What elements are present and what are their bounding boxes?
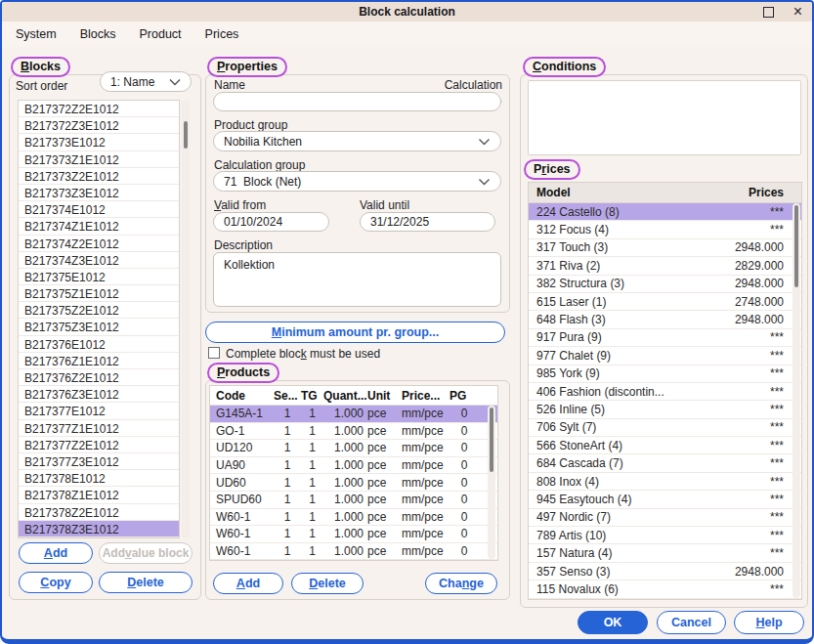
conditions-section-label: Conditions [523,57,606,77]
chevron-down-icon [169,78,181,86]
block-list-item[interactable]: B217373Z3E1012 [19,185,179,201]
model-header: Model [536,186,571,199]
price-row[interactable]: 224 Castello (8) *** [529,203,801,221]
prices-scrollbar[interactable] [793,203,800,598]
product-row[interactable]: W60-1 1 1 1.000 pce mm/pce 0 [210,509,497,527]
block-list-item[interactable]: B217373E1012 [19,134,179,150]
window-title: Block calculation [359,5,455,19]
block-list-item[interactable]: B217374Z1E1012 [19,218,179,235]
close-icon[interactable]: × [793,4,802,20]
delete-product-button[interactable]: Delete [291,573,364,594]
price-row[interactable]: 789 Artis (10) *** [529,527,801,544]
menu-item[interactable]: Product [140,27,182,41]
block-list-item[interactable]: B217374Z3E1012 [19,252,179,269]
block-list-item[interactable]: B217373Z2E1012 [19,168,179,185]
products-scrollbar[interactable] [488,406,495,559]
block-list-item[interactable]: B217375Z3E1012 [19,319,179,335]
calculation-group-select[interactable]: 71 Block (Net) [213,171,501,192]
price-row[interactable]: 157 Natura (4) *** [529,544,801,562]
price-row[interactable]: 985 York (9) *** [529,365,801,383]
block-list-item[interactable]: B217376Z1E1012 [19,353,179,369]
copy-block-button[interactable]: Copy [19,572,93,593]
product-group-select[interactable]: Nobilia Kitchen [213,131,501,151]
price-row[interactable]: 382 Structura (3) 2948.000 [529,276,801,293]
price-row[interactable]: 526 Inline (5) *** [529,401,801,418]
price-row[interactable]: 497 Nordic (7) *** [529,509,801,527]
block-list-item[interactable]: B217377Z2E1012 [19,437,179,453]
block-list-item[interactable]: B217376Z3E1012 [19,386,179,403]
complete-block-checkbox-label: Complete block must be used [226,347,380,361]
menu-item[interactable]: Prices [205,27,239,41]
prices-table: Model Prices 224 Castello (8) *** 312 Fo… [528,182,802,600]
product-row[interactable]: SPUD60 1 1 1.000 pce mm/pce 0 [210,492,497,509]
blocks-scrollbar-thumb[interactable] [184,121,188,149]
valid-from-input[interactable]: 01/10/2024 [213,212,329,232]
cancel-button[interactable]: Cancel [657,611,726,634]
block-list-item[interactable]: B217376Z2E1012 [19,369,179,386]
block-list-item[interactable]: B217378Z2E1012 [19,504,179,521]
price-row[interactable]: 808 Inox (4) *** [529,473,801,491]
maximize-icon[interactable] [763,7,774,18]
block-list-item[interactable]: B217374E1012 [19,201,179,218]
block-list-item[interactable]: B217377Z3E1012 [19,453,179,470]
product-row[interactable]: UD60 1 1 1.000 pce mm/pce 0 [210,474,497,492]
add-product-button[interactable]: Add [213,573,283,594]
price-row[interactable]: 615 Laser (1) 2748.000 [529,293,801,311]
block-list-item[interactable]: B217378Z1E1012 [19,487,179,503]
minimum-amount-button[interactable]: Minimum amount pr. group... [205,322,505,343]
product-row[interactable]: W60-1 1 1 1.000 pce mm/pce 0 [210,526,497,543]
product-row[interactable]: UD120 1 1 1.000 pce mm/pce 0 [210,440,497,457]
price-row[interactable]: 648 Flash (3) 2948.000 [529,311,801,328]
product-row[interactable]: W60-1 1 1 1.000 pce mm/pce 0 [210,543,497,561]
description-label: Description [214,238,273,252]
name-input[interactable] [213,92,501,111]
product-row[interactable]: G145A-1 1 1 1.000 pce mm/pce 0 [210,406,497,423]
valid-until-input[interactable]: 31/12/2025 [360,212,495,232]
price-row[interactable]: 317 Touch (3) 2948.000 [529,239,801,257]
block-list-item[interactable]: B217372Z3E1012 [19,117,179,134]
block-list-item[interactable]: B217375Z2E1012 [19,302,179,319]
price-row[interactable]: 977 Chalet (9) *** [529,347,801,365]
products-section-label: Products [207,363,279,383]
block-list-item[interactable]: B217377E1012 [19,403,179,419]
block-calculation-dialog: Block calculation × System Blocks Produc… [0,0,814,644]
conditions-box[interactable] [528,80,801,155]
block-list-item[interactable]: B217372Z2E1012 [19,101,179,117]
block-list-item[interactable]: B217376E1012 [19,336,179,353]
block-list-item[interactable]: B217378E1012 [19,470,179,487]
menu-item[interactable]: Blocks [80,27,116,41]
ok-button[interactable]: OK [578,611,648,634]
sort-order-select[interactable]: 1: Name [100,71,192,92]
price-row[interactable]: 684 Cascada (7) *** [529,454,801,472]
price-row[interactable]: 357 Senso (3) 2948.000 [529,563,801,580]
price-row[interactable]: 312 Focus (4) *** [529,221,801,238]
price-row[interactable]: 406 Fashion (discontin... *** [529,383,801,401]
block-list-item[interactable]: B217374Z2E1012 [19,236,179,252]
block-list-item[interactable]: B217375Z1E1012 [19,285,179,302]
price-row[interactable]: 115 Novalux (6) *** [529,580,801,598]
delete-block-button[interactable]: Delete [99,572,193,593]
price-row[interactable]: 566 StoneArt (4) *** [529,437,801,454]
add-block-button[interactable]: Add [19,542,93,564]
menu-item[interactable]: System [16,27,57,41]
product-row[interactable]: GO-1 1 1 1.000 pce mm/pce 0 [210,423,497,441]
add-value-block-button[interactable]: Add value block [99,542,193,564]
complete-block-checkbox[interactable] [208,347,220,359]
block-list-item[interactable]: B217378Z3E1012 [19,521,179,537]
blocks-scrollbar[interactable] [182,100,190,538]
description-textarea[interactable]: Kollektion [213,252,501,307]
prices-header: Prices [749,186,784,199]
block-list-item[interactable]: B217377Z1E1012 [19,420,179,437]
products-scrollbar-thumb[interactable] [490,408,493,472]
price-row[interactable]: 371 Riva (2) 2829.000 [529,257,801,275]
menu-bar: System Blocks Product Prices [2,21,812,47]
prices-scrollbar-thumb[interactable] [794,205,798,287]
price-row[interactable]: 706 Sylt (7) *** [529,419,801,437]
block-list-item[interactable]: B217375E1012 [19,269,179,285]
help-button[interactable]: Help [734,611,804,634]
price-row[interactable]: 945 Easytouch (4) *** [529,491,801,508]
block-list-item[interactable]: B217373Z1E1012 [19,151,179,168]
product-row[interactable]: UA90 1 1 1.000 pce mm/pce 0 [210,457,497,475]
price-row[interactable]: 917 Pura (9) *** [529,329,801,347]
change-product-button[interactable]: Change [425,573,497,594]
